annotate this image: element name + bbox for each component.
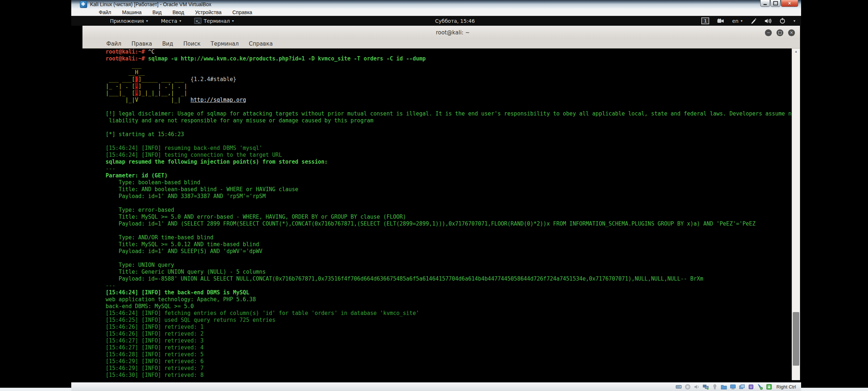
terminal-menu-search[interactable]: Поиск	[183, 41, 201, 47]
terminal-line: [15:46:26] [INFO] retrieved: 2	[106, 331, 795, 337]
minimize-icon	[763, 4, 767, 5]
host-key-label: Right Ctrl	[776, 384, 796, 390]
pencil-icon[interactable]	[750, 18, 757, 24]
terminal-line: sqlmap resumed the following injection p…	[106, 159, 795, 165]
terminal-line	[106, 104, 795, 110]
display-icon[interactable]	[730, 384, 736, 390]
terminal-line: Payload: id=1' AND (SELECT 2899 FROM(SEL…	[106, 220, 795, 227]
terminal-menu-label: Терминал	[204, 18, 230, 24]
maximize-icon	[773, 1, 778, 5]
terminal-line	[106, 227, 795, 234]
power-icon[interactable]	[779, 18, 786, 24]
screen-recorder-icon[interactable]	[717, 18, 724, 24]
windows-icon[interactable]	[739, 384, 745, 390]
close-button[interactable]: ×	[781, 0, 798, 7]
scroll-up-icon[interactable]: ▴	[792, 49, 800, 53]
minimize-button[interactable]	[760, 0, 770, 7]
terminal-line: Title: Generic UNION query (NULL) - 5 co…	[106, 269, 795, 276]
terminal-line: [15:46:24] [INFO] fetching entries of co…	[106, 310, 795, 317]
virtualbox-statusbar: U Right Ctrl	[71, 382, 801, 391]
terminal-line: Type: boolean-based blind	[106, 179, 795, 186]
speaker-icon[interactable]	[765, 18, 771, 24]
guest-screen: Приложения ▾ Места ▾ >_ Терминал ▾ Суббо…	[71, 16, 801, 382]
maximize-button[interactable]	[770, 0, 780, 7]
caret-down-icon: ▾	[741, 19, 743, 23]
vbox-menu-machine[interactable]: Машина	[122, 9, 141, 15]
terminal-maximize-button[interactable]	[776, 29, 783, 36]
terminal-output: root@kali:~# ^Croot@kali:~# sqlmap -u ht…	[106, 49, 795, 379]
terminal-line: liability and are not responsible for an…	[106, 117, 795, 124]
shared-folder-icon[interactable]	[721, 384, 727, 390]
terminal-line: Parameter: id (GET)	[106, 172, 795, 179]
cpu-icon[interactable]: U	[748, 384, 754, 390]
terminal-line: [*] starting at 15:46:23	[106, 131, 795, 138]
terminal-line: [15:46:27] [INFO] retrieved: 3	[106, 337, 795, 344]
terminal-line: [15:46:29] [INFO] retrieved: 6	[106, 358, 795, 365]
terminal-menu-terminal[interactable]: Терминал	[210, 41, 239, 47]
terminal-icon: >_	[194, 18, 201, 24]
scrollbar-thumb[interactable]	[793, 312, 799, 366]
virtualbox-menubar: Файл Машина Вид Ввод Устройства Справка	[71, 9, 801, 16]
terminal-titlebar[interactable]: root@kali: ~ − ×	[82, 26, 800, 40]
terminal-screen[interactable]: root@kali:~# ^Croot@kali:~# sqlmap -u ht…	[82, 49, 800, 382]
terminal-line: [15:46:26] [INFO] retrieved: 1	[106, 324, 795, 331]
terminal-line: [15:46:29] [INFO] retrieved: 7	[106, 365, 795, 372]
applications-label: Приложения	[110, 18, 144, 24]
vbox-menu-file[interactable]: Файл	[99, 9, 111, 15]
virtualbox-titlebar[interactable]: Kali Linux (чистая) [Работает] - Oracle …	[71, 0, 801, 9]
keyboard-layout-indicator[interactable]: en ▾	[732, 18, 743, 24]
svg-text:U: U	[750, 385, 752, 389]
host-desktop: { "icons": { "caret_down": "▾", "minimiz…	[0, 0, 868, 391]
terminal-line: ___ ___[)]_____ ___ ___ {1.2.4#stable}	[106, 76, 795, 83]
vbox-menu-devices[interactable]: Устройства	[195, 9, 221, 15]
terminal-line: Type: error-based	[106, 207, 795, 214]
terminal-close-button[interactable]: ×	[788, 29, 795, 36]
panel-clock[interactable]: Суббота, 15:46	[435, 16, 475, 26]
caret-down-icon: ▾	[232, 19, 234, 23]
terminal-menu-help[interactable]: Справка	[249, 41, 273, 47]
places-menu[interactable]: Места ▾	[161, 18, 181, 24]
audio-icon[interactable]	[694, 384, 700, 390]
usb-icon[interactable]	[712, 384, 718, 390]
mouse-integration-icon[interactable]	[757, 384, 763, 390]
terminal-line: root@kali:~# sqlmap -u http://www.kvm.co…	[106, 55, 795, 62]
terminal-line: Payload: id=1' AND 3387=3387 AND 'rpSM'=…	[106, 193, 795, 200]
terminal-line: Title: AND boolean-based blind - WHERE o…	[106, 186, 795, 193]
terminal-menu-view[interactable]: Вид	[162, 41, 173, 47]
network-icon[interactable]	[703, 384, 709, 390]
terminal-app-menu[interactable]: >_ Терминал ▾	[194, 18, 234, 24]
terminal-title: root@kali: ~	[82, 26, 800, 39]
terminal-line: web application technology: Apache, PHP …	[106, 296, 795, 303]
hdd-icon[interactable]	[676, 384, 682, 390]
workspace-indicator[interactable]: 1	[701, 17, 709, 24]
vbox-menu-help[interactable]: Справка	[232, 9, 252, 15]
terminal-line: [15:46:27] [INFO] retrieved: 4	[106, 344, 795, 351]
terminal-menubar: Файл Правка Вид Поиск Терминал Справка	[82, 39, 800, 49]
terminal-line: Type: AND/OR time-based blind	[106, 234, 795, 241]
vbox-menu-view[interactable]: Вид	[153, 9, 162, 15]
caret-down-icon: ▾	[146, 19, 148, 23]
terminal-line: Type: UNION query	[106, 262, 795, 269]
terminal-line: Title: MySQL >= 5.0.12 AND time-based bl…	[106, 241, 795, 248]
terminal-menu-file[interactable]: Файл	[106, 41, 121, 47]
applications-menu[interactable]: Приложения ▾	[110, 18, 148, 24]
window-controls: ×	[760, 0, 798, 7]
cd-icon[interactable]	[685, 384, 691, 390]
terminal-line	[106, 138, 795, 145]
panel-tray: 1 en ▾ ▾	[701, 16, 795, 26]
terminal-menu-edit[interactable]: Правка	[131, 41, 152, 47]
terminal-line: back-end DBMS: MySQL >= 5.0	[106, 303, 795, 310]
vbox-menu-input[interactable]: Ввод	[173, 9, 184, 15]
terminal-scrollbar[interactable]: ▴	[792, 49, 800, 380]
virtualbox-logo-icon	[80, 1, 87, 8]
session-caret-down-icon[interactable]: ▾	[793, 19, 795, 23]
terminal-minimize-button[interactable]: −	[765, 29, 772, 36]
terminal-line: ---	[106, 282, 795, 289]
minimize-icon: −	[766, 30, 770, 35]
places-label: Места	[161, 18, 177, 24]
terminal-line: [15:46:24] [INFO] the back-end DBMS is M…	[106, 289, 795, 296]
terminal-line	[106, 255, 795, 262]
terminal-line	[106, 200, 795, 207]
terminal-line: [!] legal disclaimer: Usage of sqlmap fo…	[106, 110, 795, 117]
auto-resize-icon[interactable]	[766, 384, 773, 390]
